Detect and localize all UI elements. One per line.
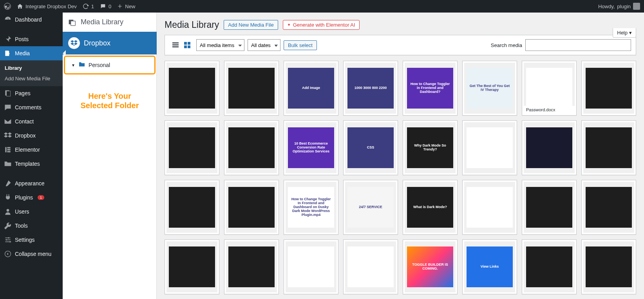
view-grid-button[interactable] <box>181 39 193 51</box>
svg-point-9 <box>6 239 7 240</box>
media-tile[interactable] <box>165 180 219 235</box>
generate-ai-button[interactable]: ✦ Generate with Elementor AI <box>283 20 360 30</box>
media-tile[interactable]: How to Change Toggler In Frontend and Da… <box>284 180 338 235</box>
media-tile[interactable] <box>522 180 577 235</box>
media-tile[interactable]: How to Change Toggler in Frontend and Da… <box>403 61 458 116</box>
search-input[interactable] <box>525 39 631 51</box>
updates-link[interactable]: 1 <box>83 0 94 13</box>
sidebar-item-contact[interactable]: Contact <box>0 114 63 129</box>
sidebar-item-collapse[interactable]: Collapse menu <box>0 247 63 261</box>
media-tile[interactable] <box>522 239 577 294</box>
sidebar-item-label: Users <box>15 208 29 215</box>
wp-admin-sidebar: DashboardPostsMediaLibraryAdd New Media … <box>0 13 63 299</box>
refresh-icon <box>83 3 89 9</box>
media-tile[interactable]: What is Dark Mode? <box>403 180 458 235</box>
pin-icon <box>4 35 12 43</box>
add-new-media-button[interactable]: Add New Media File <box>224 20 278 30</box>
media-tile[interactable]: 24/7 SERVICE <box>343 180 398 235</box>
toolbar-search: Search media <box>491 39 631 51</box>
bulk-select-button[interactable]: Bulk select <box>284 40 317 50</box>
dropbox-root[interactable]: Dropbox <box>63 32 157 54</box>
svg-point-10 <box>9 241 11 242</box>
account-link[interactable]: Howdy, plugin <box>598 0 640 13</box>
media-icon <box>4 49 12 57</box>
pages-icon <box>4 89 12 97</box>
sidebar-subitem-library[interactable]: Library <box>0 63 63 73</box>
site-link[interactable]: Integrate Dropbox Dev <box>17 0 77 13</box>
media-tile[interactable]: View Links <box>462 239 517 294</box>
sidebar-item-dashboard[interactable]: Dashboard <box>0 13 63 27</box>
sidebar-item-settings[interactable]: Settings <box>0 233 63 247</box>
sidebar-item-label: Posts <box>15 36 29 42</box>
folder-icon <box>4 160 12 168</box>
sidebar-item-plugins[interactable]: Plugins1 <box>0 190 63 205</box>
media-tile[interactable]: Add Image <box>284 61 338 116</box>
media-tile[interactable] <box>581 120 636 175</box>
sidebar-item-comments[interactable]: Comments <box>0 100 63 114</box>
sidebar-item-label: Collapse menu <box>15 251 51 257</box>
dropbox-icon <box>68 37 80 49</box>
media-tile[interactable] <box>224 239 279 294</box>
media-tile[interactable] <box>343 239 398 294</box>
plug-icon <box>4 194 12 201</box>
media-tile[interactable] <box>462 180 517 235</box>
sidebar-item-templates[interactable]: Templates <box>0 157 63 171</box>
media-tile[interactable] <box>581 61 636 116</box>
sidebar-item-users[interactable]: Users <box>0 205 63 219</box>
media-tile[interactable] <box>522 120 577 175</box>
filter-media-type[interactable]: All media items <box>196 39 244 51</box>
media-tile[interactable]: Password.docx <box>522 61 577 116</box>
media-tile[interactable] <box>224 180 279 235</box>
svg-rect-2 <box>7 91 11 96</box>
sidebar-item-appearance[interactable]: Appearance <box>0 176 63 190</box>
main-header: Media Library Add New Media File ✦ Gener… <box>165 13 636 35</box>
dropbox-root-label: Dropbox <box>84 39 110 47</box>
update-count: 1 <box>91 4 94 9</box>
media-tile[interactable]: 1000 3000 800 2200 <box>343 61 398 116</box>
media-tile[interactable] <box>224 61 279 116</box>
filter-dates[interactable]: All dates <box>248 39 280 51</box>
sidebar-item-dropbox[interactable]: Dropbox <box>0 129 63 143</box>
media-tile[interactable]: Get The Best of You Get IV Therapy <box>462 61 517 116</box>
wordpress-icon <box>4 3 11 10</box>
sidebar-item-label: Appearance <box>15 180 45 187</box>
help-tab[interactable]: Help ▾ <box>613 28 636 38</box>
sidebar-item-tools[interactable]: Tools <box>0 219 63 233</box>
media-tile[interactable] <box>581 239 636 294</box>
media-tile[interactable]: CSS <box>343 120 398 175</box>
comments-link[interactable]: 0 <box>100 0 111 13</box>
media-tile[interactable] <box>165 61 219 116</box>
collapse-icon <box>4 250 12 258</box>
svg-point-7 <box>7 209 9 212</box>
sidebar-subitem-addnew[interactable]: Add New Media File <box>0 73 63 84</box>
dropbox-icon <box>4 132 12 140</box>
folder-icon <box>78 62 85 69</box>
media-tile[interactable] <box>284 239 338 294</box>
media-tile[interactable] <box>581 180 636 235</box>
sidebar-item-label: Pages <box>15 90 31 96</box>
dropbox-heading-text: Media Library <box>81 18 123 26</box>
dropbox-folder-personal[interactable]: ▼ Personal <box>64 56 156 74</box>
media-tile[interactable]: TOGGLE BUILDER IS COMING. <box>403 239 458 294</box>
caret-down-icon: ▼ <box>71 63 75 67</box>
sidebar-item-elementor[interactable]: Elementor <box>0 143 63 157</box>
sidebar-item-media[interactable]: Media <box>0 46 63 60</box>
brush-icon <box>4 179 12 187</box>
new-link[interactable]: New <box>117 0 135 13</box>
main-content: Help ▾ Media Library Add New Media File … <box>157 13 644 299</box>
media-tile[interactable] <box>165 239 219 294</box>
wp-logo[interactable] <box>4 0 11 13</box>
media-tile[interactable]: Why Dark Mode So Trendy? <box>403 120 458 175</box>
media-tile[interactable] <box>462 120 517 175</box>
help-label: Help <box>617 30 628 36</box>
sidebar-item-label: Contact <box>15 118 34 125</box>
sidebar-item-posts[interactable]: Posts <box>0 32 63 46</box>
media-tile[interactable]: 10 Best Ecommerce Conversion Rate Optimi… <box>284 120 338 175</box>
media-tile[interactable] <box>224 120 279 175</box>
view-list-button[interactable] <box>170 39 181 51</box>
admin-bar: Integrate Dropbox Dev 1 0 New Howdy, plu… <box>0 0 644 13</box>
dropbox-folder-label: Personal <box>89 62 110 68</box>
sidebar-item-pages[interactable]: Pages <box>0 86 63 100</box>
media-tile[interactable] <box>165 120 219 175</box>
comment-icon <box>100 3 106 9</box>
